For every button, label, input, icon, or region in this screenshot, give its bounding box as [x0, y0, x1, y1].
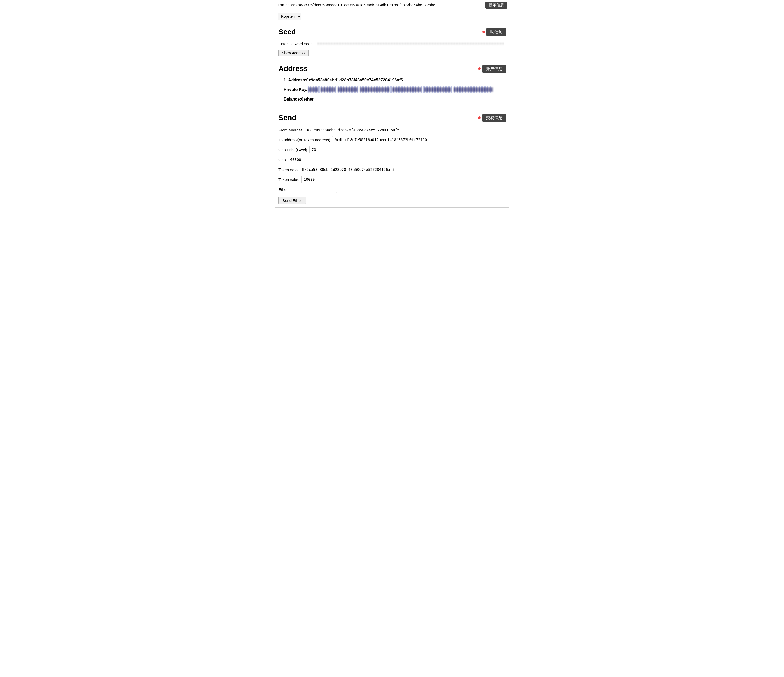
seed-badge-dot — [482, 31, 485, 33]
send-badge-container: 交易信息 — [478, 114, 506, 122]
txn-hash: Txn hash: 0xc2c906fd6606388cda1918a0c590… — [278, 3, 435, 7]
private-key-line: Private Key. ████ ██████ ████████ ██████… — [284, 86, 506, 93]
gas-price-input[interactable] — [309, 146, 506, 153]
address-line: 1. Address:0x9ca53a80ebd1d28b78f43a50e74… — [284, 77, 506, 83]
send-section-header: Send 交易信息 — [278, 114, 506, 122]
address-badge-container: 账户信息 — [478, 65, 506, 73]
show-address-button[interactable]: Show Address — [278, 50, 309, 56]
gas-label: Gas — [278, 158, 286, 162]
seed-row: Enter 12-word seed — [278, 40, 506, 47]
tooltip-badge: 提示信息 — [485, 2, 507, 9]
send-badge-dot — [478, 117, 481, 119]
to-address-input[interactable] — [332, 136, 506, 144]
from-address-row: From address — [278, 126, 506, 133]
ether-label: Ether — [278, 187, 288, 192]
seed-title: Seed — [278, 28, 296, 36]
ether-row: Ether — [278, 186, 506, 193]
token-value-input[interactable] — [302, 176, 506, 183]
ether-input[interactable] — [290, 186, 337, 193]
gas-price-row: Gas Price(Gwei) — [278, 146, 506, 153]
send-ether-button[interactable]: Send Ether — [278, 197, 306, 204]
seed-input[interactable] — [315, 40, 506, 47]
from-address-label: From address — [278, 128, 303, 132]
gas-row: Gas — [278, 156, 506, 163]
send-section: Send 交易信息 From address To address(or Tok… — [275, 109, 509, 207]
address-badge-dot — [478, 67, 481, 70]
token-value-row: Token value — [278, 176, 506, 183]
to-address-label: To address(or Token address) — [278, 138, 330, 142]
address-item: 1. Address:0x9ca53a80ebd1d28b78f43a50e74… — [284, 77, 506, 102]
network-select[interactable]: Ropsten Mainnet Rinkeby Kovan — [278, 13, 302, 20]
token-data-label: Token data — [278, 167, 297, 172]
address-section: Address 账户信息 1. Address:0x9ca53a80ebd1d2… — [275, 60, 509, 109]
address-section-header: Address 账户信息 — [278, 64, 506, 73]
private-key-value: ████ ██████ ████████ ████████████ ██████… — [308, 86, 493, 93]
send-badge-label: 交易信息 — [482, 114, 506, 122]
to-address-row: To address(or Token address) — [278, 136, 506, 144]
network-bar: Ropsten Mainnet Rinkeby Kovan — [275, 10, 509, 23]
token-data-input[interactable] — [300, 166, 506, 173]
gas-price-label: Gas Price(Gwei) — [278, 148, 307, 152]
token-value-label: Token value — [278, 177, 299, 182]
seed-badge-container: 助记词 — [482, 28, 506, 36]
address-title: Address — [278, 64, 308, 73]
seed-section: Seed 助记词 Enter 12-word seed Show Address — [275, 23, 509, 60]
from-address-input[interactable] — [305, 126, 506, 133]
seed-badge-label: 助记词 — [487, 28, 506, 36]
seed-section-header: Seed 助记词 — [278, 28, 506, 36]
token-data-row: Token data — [278, 166, 506, 173]
gas-input[interactable] — [288, 156, 506, 163]
balance-value: 0ether — [301, 97, 314, 101]
seed-input-label: Enter 12-word seed — [278, 42, 313, 46]
top-bar: Txn hash: 0xc2c906fd6606388cda1918a0c590… — [275, 0, 509, 10]
send-title: Send — [278, 114, 296, 122]
balance-line: Balance:0ether — [284, 96, 506, 102]
address-value: 0x9ca53a80ebd1d28b78f43a50e74e527284196a… — [306, 78, 403, 82]
address-badge-label: 账户信息 — [482, 65, 506, 73]
